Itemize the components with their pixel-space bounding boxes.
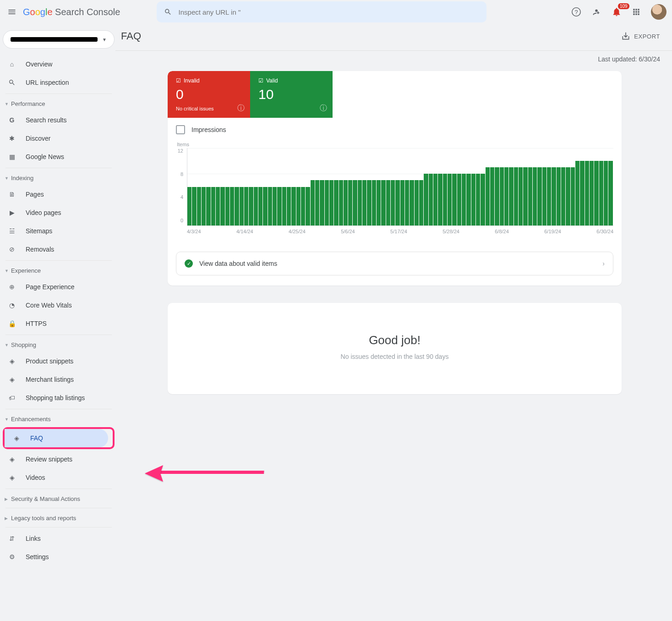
items-chart: Items 12840 4/3/244/14/244/25/245/6/245/…: [168, 142, 622, 245]
notification-badge: 109: [618, 3, 629, 9]
layers-icon: ◈: [7, 456, 16, 463]
section-legacy[interactable]: ▶Legacy tools and reports: [0, 510, 117, 525]
sidebar-item-discover[interactable]: ✱Discover: [0, 129, 113, 148]
apps-icon[interactable]: [632, 7, 641, 16]
section-indexing[interactable]: ▼Indexing: [0, 170, 117, 185]
search-input[interactable]: [179, 8, 480, 16]
sidebar-item-label: Product snippets: [26, 357, 73, 365]
sidebar-item-label: Merchant listings: [26, 376, 74, 383]
sidebar-item-label: Videos: [26, 474, 45, 481]
invalid-count: 0: [176, 87, 242, 102]
layers-icon: ◈: [7, 474, 16, 481]
search-icon: [164, 8, 172, 16]
section-security[interactable]: ▶Security & Manual Actions: [0, 491, 117, 506]
sidebar-item-https[interactable]: 🔒HTTPS: [0, 314, 113, 333]
links-icon: ⇵: [7, 535, 16, 542]
sidebar-item-merchant-listings[interactable]: ◈Merchant listings: [0, 370, 113, 389]
goodjob-sub: No issues detected in the last 90 days: [168, 353, 622, 360]
page-icon: 🗎: [7, 191, 16, 198]
annotation-arrow: [145, 460, 268, 487]
export-label: EXPORT: [634, 33, 660, 40]
sidebar-item-label: Core Web Vitals: [26, 302, 72, 309]
avatar[interactable]: [651, 4, 667, 20]
sidebar: ▼ ⌂ Overview URL inspection ▼Performance…: [0, 24, 117, 569]
tile-valid[interactable]: ☑Valid 10 ⓘ: [250, 71, 333, 118]
sidebar-item-video-pages[interactable]: ▶Video pages: [0, 203, 113, 222]
sidebar-item-shopping-tab[interactable]: 🏷Shopping tab listings: [0, 389, 113, 407]
layers-icon: ◈: [7, 357, 16, 365]
section-enhancements[interactable]: ▼Enhancements: [0, 411, 117, 426]
sidebar-item-label: Search results: [26, 116, 66, 124]
help-icon[interactable]: ?: [571, 7, 581, 17]
sidebar-item-label: Page Experience: [26, 283, 75, 291]
good-job-card: Good job! No issues detected in the last…: [168, 303, 622, 394]
check-icon: ☑: [176, 77, 181, 84]
help-icon[interactable]: ⓘ: [237, 104, 245, 113]
layers-icon: ◈: [12, 434, 21, 442]
star-icon: ✱: [7, 135, 16, 142]
goodjob-title: Good job!: [168, 333, 622, 347]
sidebar-item-label: Overview: [26, 60, 52, 68]
hide-icon: ⊘: [7, 246, 16, 253]
sidebar-item-label: Removals: [26, 246, 54, 253]
check-icon: ☑: [258, 77, 263, 84]
tag-icon: 🏷: [7, 394, 16, 401]
sidebar-item-label: Sitemaps: [26, 227, 52, 235]
sidebar-item-links[interactable]: ⇵Links: [0, 529, 113, 548]
sidebar-item-videos[interactable]: ◈Videos: [0, 468, 113, 487]
google-g-icon: G: [7, 116, 16, 124]
section-shopping[interactable]: ▼Shopping: [0, 337, 117, 352]
sidebar-item-review-snippets[interactable]: ◈Review snippets: [0, 450, 113, 468]
chart-card: ☑Invalid 0 No critical issues ⓘ ☑Valid 1…: [168, 71, 622, 286]
property-name-redacted: [11, 37, 98, 42]
sidebar-item-label: Settings: [26, 553, 49, 561]
sidebar-item-search-results[interactable]: GSearch results: [0, 111, 113, 129]
property-selector[interactable]: ▼: [3, 30, 115, 49]
home-icon: ⌂: [7, 60, 16, 68]
url-inspect-search[interactable]: [157, 1, 486, 22]
section-experience[interactable]: ▼Experience: [0, 263, 117, 278]
sidebar-item-label: Google News: [26, 153, 64, 160]
download-icon: [621, 32, 630, 41]
sidebar-item-product-snippets[interactable]: ◈Product snippets: [0, 352, 113, 370]
chart-title: Items: [176, 142, 613, 147]
sidebar-item-google-news[interactable]: ▦Google News: [0, 148, 113, 166]
sidebar-item-label: HTTPS: [26, 320, 47, 327]
check-circle-icon: ✓: [185, 259, 193, 268]
section-performance[interactable]: ▼Performance: [0, 96, 117, 111]
checkbox-icon[interactable]: [176, 125, 185, 134]
valid-link-label: View data about valid items: [199, 260, 277, 267]
page-title: FAQ: [121, 30, 141, 42]
people-icon[interactable]: [591, 7, 601, 17]
annotation-highlight: ◈FAQ: [3, 427, 115, 449]
gear-icon: ⚙: [7, 553, 16, 561]
tile-invalid[interactable]: ☑Invalid 0 No critical issues ⓘ: [168, 71, 250, 118]
sidebar-item-sitemaps[interactable]: ☱Sitemaps: [0, 222, 113, 240]
menu-icon[interactable]: [5, 5, 18, 18]
chevron-down-icon: ▼: [102, 37, 107, 42]
product-name: Search Console: [55, 7, 120, 17]
export-button[interactable]: EXPORT: [621, 32, 660, 41]
product-logo[interactable]: Google Search Console: [23, 7, 120, 17]
sidebar-item-settings[interactable]: ⚙Settings: [0, 548, 113, 566]
sitemap-icon: ☱: [7, 227, 16, 235]
sidebar-item-pages[interactable]: 🗎Pages: [0, 185, 113, 203]
sidebar-item-core-web-vitals[interactable]: ◔Core Web Vitals: [0, 296, 113, 314]
sidebar-item-label: Review snippets: [26, 456, 72, 463]
sidebar-item-page-experience[interactable]: ⊕Page Experience: [0, 278, 113, 296]
news-icon: ▦: [7, 153, 16, 160]
sidebar-item-removals[interactable]: ⊘Removals: [0, 240, 113, 258]
speed-icon: ◔: [7, 302, 16, 309]
lock-icon: 🔒: [7, 320, 16, 327]
notifications-icon[interactable]: 109: [612, 7, 622, 17]
help-icon[interactable]: ⓘ: [320, 104, 327, 113]
view-valid-items-link[interactable]: ✓ View data about valid items ›: [176, 252, 613, 275]
impressions-toggle[interactable]: Impressions: [168, 118, 622, 142]
video-icon: ▶: [7, 209, 16, 216]
sidebar-item-overview[interactable]: ⌂ Overview: [0, 55, 113, 73]
sidebar-item-label: URL inspection: [26, 79, 69, 86]
sidebar-item-faq[interactable]: ◈FAQ: [5, 429, 108, 447]
sidebar-item-url-inspection[interactable]: URL inspection: [0, 73, 113, 92]
plus-circle-icon: ⊕: [7, 283, 16, 291]
valid-count: 10: [258, 87, 324, 102]
